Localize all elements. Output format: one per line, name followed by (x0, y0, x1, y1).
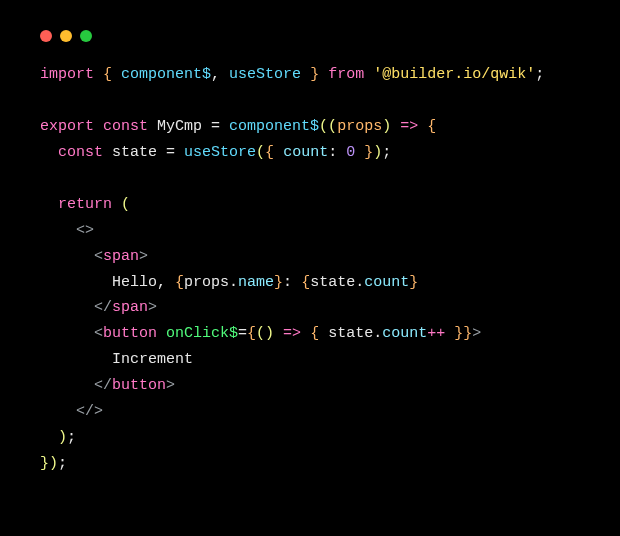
expr-count: count (382, 325, 427, 342)
paren: ) (382, 118, 391, 135)
code-editor: import { component$, useStore } from '@b… (0, 42, 620, 497)
tag-angle: </ (94, 299, 112, 316)
tag-angle: > (166, 377, 175, 394)
semicolon: ; (382, 144, 391, 161)
window-titlebar (0, 0, 620, 42)
semicolon: ; (535, 66, 544, 83)
paren: ( (256, 144, 265, 161)
keyword-const: const (103, 118, 148, 135)
fn-usestore: useStore (184, 144, 256, 161)
attr-brace: { (247, 325, 256, 342)
tag-angle: </ (94, 377, 112, 394)
increment-op: ++ (427, 325, 445, 342)
text-hello: Hello, (112, 274, 175, 291)
string-package: '@builder.io/qwik' (373, 66, 535, 83)
dot: . (355, 274, 364, 291)
tag-angle: > (148, 299, 157, 316)
semicolon: ; (67, 429, 76, 446)
arrow: => (391, 118, 427, 135)
tag-span: span (103, 248, 139, 265)
text-colon: : (283, 274, 301, 291)
tag-button: button (103, 325, 157, 342)
paren: () (256, 325, 274, 342)
tag-angle: > (139, 248, 148, 265)
identifier-state: state (112, 144, 157, 161)
brace: { (265, 144, 283, 161)
brace: { (427, 118, 436, 135)
comma: , (211, 66, 229, 83)
minimize-icon[interactable] (60, 30, 72, 42)
expr-state: state (328, 325, 373, 342)
colon: : (328, 144, 346, 161)
text-increment: Increment (112, 351, 193, 368)
expr-name: name (238, 274, 274, 291)
dot: . (373, 325, 382, 342)
arrow: => (274, 325, 310, 342)
tag-span-close: span (112, 299, 148, 316)
brace: { (103, 66, 112, 83)
tag-angle: > (472, 325, 481, 342)
paren: ) (58, 429, 67, 446)
import-component: component$ (121, 66, 211, 83)
equals: = (157, 144, 184, 161)
brace: } (355, 144, 373, 161)
fragment-close: </> (76, 403, 103, 420)
equals: = (202, 118, 229, 135)
keyword-from: from (328, 66, 364, 83)
keyword-const: const (58, 144, 103, 161)
paren: (( (319, 118, 337, 135)
attr-onclick: onClick$ (157, 325, 238, 342)
keyword-import: import (40, 66, 94, 83)
expr-brace: } (409, 274, 418, 291)
semicolon: ; (58, 455, 67, 472)
paren: ) (373, 144, 382, 161)
code-window: import { component$, useStore } from '@b… (0, 0, 620, 536)
expr-count: count (364, 274, 409, 291)
fn-component: component$ (229, 118, 319, 135)
attr-brace: } (463, 325, 472, 342)
tag-angle: < (94, 325, 103, 342)
prop-count: count (283, 144, 328, 161)
closing-braces: }) (40, 455, 58, 472)
expr-brace: { (301, 274, 310, 291)
close-icon[interactable] (40, 30, 52, 42)
keyword-return: return (58, 196, 112, 213)
brace: { (310, 325, 328, 342)
dot: . (229, 274, 238, 291)
expr-state: state (310, 274, 355, 291)
equals: = (238, 325, 247, 342)
number-zero: 0 (346, 144, 355, 161)
param-props: props (337, 118, 382, 135)
brace: } (445, 325, 463, 342)
tag-angle: < (94, 248, 103, 265)
identifier-mycmp: MyCmp (157, 118, 202, 135)
expr-brace: } (274, 274, 283, 291)
fragment-open: <> (76, 222, 94, 239)
keyword-export: export (40, 118, 94, 135)
maximize-icon[interactable] (80, 30, 92, 42)
expr-props: props (184, 274, 229, 291)
expr-brace: { (175, 274, 184, 291)
brace: } (310, 66, 319, 83)
import-usestore: useStore (229, 66, 301, 83)
tag-button-close: button (112, 377, 166, 394)
paren: ( (112, 196, 130, 213)
